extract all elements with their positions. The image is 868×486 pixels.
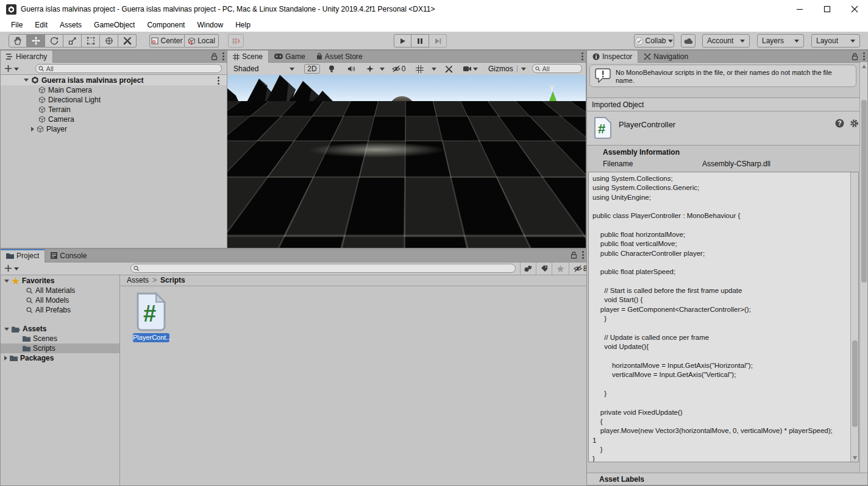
rotate-tool-button[interactable] <box>45 34 63 48</box>
add-dropdown-icon[interactable] <box>14 68 19 71</box>
hierarchy-item[interactable]: Player <box>1 124 227 134</box>
hierarchy-item[interactable]: Terrain <box>1 105 227 114</box>
menu-edit[interactable]: Edit <box>29 21 54 29</box>
hierarchy-item[interactable]: Camera <box>1 114 227 124</box>
favorite-item-all-materials[interactable]: All Materials <box>1 286 119 295</box>
close-button[interactable] <box>841 0 868 18</box>
pivot-local-button[interactable]: Local <box>185 34 219 48</box>
step-button[interactable] <box>429 34 447 48</box>
grid-visibility-button[interactable] <box>411 64 427 74</box>
account-dropdown[interactable]: Account <box>702 34 750 48</box>
shading-mode-dropdown[interactable]: Shaded <box>230 64 298 74</box>
pause-button[interactable] <box>411 34 429 48</box>
search-by-type-button[interactable] <box>521 265 536 272</box>
rect-tool-button[interactable] <box>82 34 100 48</box>
lock-icon[interactable] <box>571 252 577 259</box>
tab-hierarchy[interactable]: Hierarchy <box>1 51 53 63</box>
favorites-group[interactable]: Favorites <box>1 276 119 286</box>
player-capsule[interactable] <box>388 96 416 167</box>
grid-dropdown-icon[interactable] <box>432 68 436 71</box>
tab-navigation[interactable]: Navigation <box>638 51 694 62</box>
collab-button[interactable]: Collab <box>634 34 674 48</box>
asset-item-playercontroller[interactable]: # PlayerCont... <box>135 292 168 342</box>
scene-row[interactable]: Guerra islas malvinas project <box>1 75 227 85</box>
expander-icon[interactable] <box>24 79 29 82</box>
menu-assets[interactable]: Assets <box>54 21 88 29</box>
add-icon[interactable] <box>5 265 12 272</box>
perspective-label[interactable]: < Persp <box>538 131 565 140</box>
scale-tool-button[interactable] <box>63 34 82 48</box>
lock-icon[interactable] <box>211 53 218 60</box>
tab-game[interactable]: Game <box>269 51 311 62</box>
scene-search-input[interactable] <box>542 65 579 72</box>
move-tool-button[interactable] <box>27 34 45 48</box>
project-search-input[interactable] <box>141 265 513 272</box>
menu-file[interactable]: File <box>5 21 29 29</box>
lighting-toggle-button[interactable] <box>324 64 340 74</box>
add-icon[interactable] <box>5 65 12 72</box>
scene-search[interactable] <box>532 64 582 73</box>
scene-tools-button[interactable] <box>441 64 457 74</box>
add-dropdown-icon[interactable] <box>14 267 19 270</box>
search-by-label-button[interactable] <box>536 265 552 272</box>
project-search[interactable] <box>130 264 516 273</box>
audio-toggle-button[interactable] <box>343 64 359 74</box>
asset-labels-header[interactable]: Asset Labels <box>587 473 867 485</box>
hierarchy-menu-icon[interactable] <box>222 52 224 60</box>
expander-icon[interactable] <box>31 127 34 132</box>
effects-dropdown-icon[interactable] <box>380 68 385 71</box>
hidden-objects-button[interactable]: 0 <box>388 64 409 74</box>
2d-toggle-button[interactable]: 2D <box>304 64 320 74</box>
menu-component[interactable]: Component <box>141 21 191 29</box>
hierarchy-item[interactable]: Directional Light <box>1 95 227 105</box>
expander-icon[interactable] <box>4 280 9 283</box>
hierarchy-item[interactable]: Main Camera <box>1 85 227 95</box>
assets-folder-row[interactable]: Assets <box>1 324 119 334</box>
hand-tool-button[interactable] <box>9 34 27 48</box>
effects-toggle-button[interactable] <box>363 64 377 74</box>
custom-tool-button[interactable] <box>118 34 137 48</box>
tab-scene[interactable]: Scene <box>227 51 269 63</box>
grid-snap-button[interactable] <box>228 34 244 48</box>
lock-icon[interactable] <box>852 53 858 60</box>
menu-gameobject[interactable]: GameObject <box>88 21 141 29</box>
minimize-button[interactable] <box>786 0 813 18</box>
scroll-up-icon[interactable] <box>862 65 866 68</box>
menu-window[interactable]: Window <box>191 21 229 29</box>
layers-dropdown[interactable]: Layers <box>757 34 804 48</box>
play-button[interactable] <box>394 34 411 48</box>
scene-viewport[interactable]: y x z < Persp <box>227 75 586 248</box>
camera-settings-button[interactable] <box>460 64 481 74</box>
tab-console[interactable]: Console <box>45 249 92 262</box>
favorite-item-all-models[interactable]: All Models <box>1 295 119 305</box>
folder-item-scenes[interactable]: Scenes <box>1 334 119 343</box>
favorites-filter-button[interactable] <box>552 265 569 273</box>
gizmos-dropdown[interactable]: Gizmos <box>485 64 530 74</box>
code-scrollbar[interactable] <box>850 172 858 462</box>
layout-dropdown[interactable]: Layout <box>811 34 860 48</box>
hierarchy-search[interactable] <box>35 64 222 73</box>
hierarchy-search-input[interactable] <box>46 65 219 72</box>
help-button[interactable]: ? <box>835 119 844 128</box>
orientation-gizmo[interactable]: y x z <box>527 82 578 136</box>
tab-project[interactable]: Project <box>1 249 45 262</box>
packages-group[interactable]: Packages <box>1 353 119 363</box>
preset-gear-button[interactable] <box>850 119 859 128</box>
inspector-menu-icon[interactable] <box>863 52 865 60</box>
menu-help[interactable]: Help <box>229 21 257 29</box>
maximize-button[interactable] <box>814 0 841 18</box>
expander-icon[interactable] <box>4 328 9 331</box>
pivot-center-button[interactable]: Center <box>149 34 185 48</box>
breadcrumb-assets[interactable]: Assets <box>127 276 149 284</box>
favorite-item-all-prefabs[interactable]: All Prefabs <box>1 305 119 315</box>
inspector-scrollbar[interactable] <box>859 62 867 473</box>
transform-tool-button[interactable] <box>100 34 118 48</box>
tab-asset-store[interactable]: Asset Store <box>311 51 368 62</box>
scene-menu-icon[interactable] <box>218 77 219 85</box>
tab-inspector[interactable]: Inspector <box>587 51 638 63</box>
project-menu-icon[interactable] <box>582 251 584 259</box>
scene-menu-icon[interactable] <box>582 52 583 60</box>
folder-item-scripts-selected[interactable]: Scripts <box>1 343 119 353</box>
expander-icon[interactable] <box>4 356 7 361</box>
scroll-down-icon[interactable] <box>853 456 857 460</box>
